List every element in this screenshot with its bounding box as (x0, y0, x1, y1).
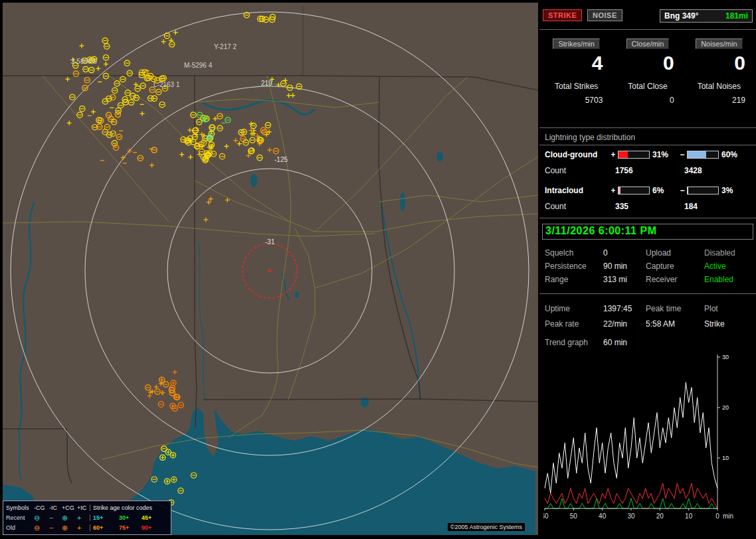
cloud-ground-row: Cloud-ground + 31% − 60% (545, 150, 755, 159)
peak-rate-value: 22/min (603, 319, 627, 329)
trend-y-tick-label: 30 (722, 354, 729, 360)
cloud-ground-label: Cloud-ground (545, 150, 609, 159)
trend-series-strikes (545, 382, 717, 493)
strike-indicator: STRIKE (543, 9, 582, 21)
legend-age-title: Strike age color codes (90, 504, 161, 511)
squelch-value: 0 (603, 248, 608, 258)
age-30: 30+ (116, 514, 139, 521)
ic-neg-symbol-icon: − (49, 514, 62, 521)
ic-plus-bar (618, 187, 650, 194)
uptime-label: Uptime (545, 304, 570, 313)
datetime-display: 3/11/2026 6:00:11 PM (542, 224, 753, 240)
legend-col-pos-ic: +IC (77, 504, 90, 511)
trend-series-noises (545, 483, 717, 508)
trend-x-unit-label: min (723, 512, 733, 520)
peak-rate-label: Peak rate (545, 319, 579, 329)
range-label: Range (545, 275, 568, 284)
receiver-label: Receiver (646, 275, 677, 284)
intracloud-label: Intracloud (545, 186, 609, 195)
legend-row-old: Old (6, 524, 34, 531)
cg-minus-pct: 60% (719, 150, 755, 159)
map-legend: Symbols -CG -IC +CG +IC Strike age color… (3, 501, 171, 535)
divider (539, 29, 756, 30)
total-close-value: 0 (613, 96, 682, 105)
intracloud-row: Intracloud + 6% − 3% (545, 186, 755, 195)
noise-indicator: NOISE (587, 9, 622, 21)
status-row: Peak rate 22/min 5:58 AM Strike (545, 319, 753, 330)
lightning-detector-app: { "map": { "center": {"x": 402, "y": 404… (0, 0, 756, 539)
trend-graph-canvas: 1020306050403020100min (543, 350, 752, 531)
persistence-label: Persistence (545, 262, 587, 271)
peak-time-label: Peak time (646, 304, 681, 313)
trend-x-tick-label: 30 (627, 512, 635, 520)
close-per-min-value: 0 (613, 53, 682, 73)
trend-x-tick-label: 50 (570, 512, 578, 520)
trend-y-tick-label: 10 (722, 455, 729, 461)
storm-cell-label: Y-217 2 (214, 43, 237, 50)
trend-header-row: Trend graph 60 min (545, 338, 753, 348)
cg-minus-bar (687, 151, 719, 159)
legend-col-neg-cg: -CG (34, 504, 49, 511)
persistence-value: 90 min (603, 262, 627, 271)
ic-pos-symbol-icon: + (77, 514, 90, 521)
receiver-status: Enabled (704, 275, 733, 284)
bearing-distance: 181mi (725, 11, 748, 21)
trend-x-tick-label: 40 (599, 512, 607, 520)
ic-minus-pct: 3% (719, 186, 755, 195)
minus-sign: − (678, 150, 687, 159)
strikes-per-min-column: Strikes/min 4 Total Strikes 5703 (542, 38, 611, 105)
trend-graph-label: Trend graph (545, 338, 588, 347)
cg-minus-count: 3428 (678, 166, 755, 175)
trend-x-tick-label: 20 (656, 512, 664, 520)
cg-plus-bar (618, 151, 650, 159)
uptime-value: 1397:45 (603, 304, 632, 313)
age-75: 75+ (116, 524, 139, 531)
legend-row-recent: Recent (6, 514, 34, 521)
storm-cell-label: J-5866 6 (71, 58, 97, 65)
ring-distance-label: 219 (261, 80, 272, 87)
settings-row: Range 313 mi Receiver Enabled (545, 275, 753, 285)
upload-status: Disabled (704, 248, 735, 258)
trend-x-tick-label: 0 (715, 512, 719, 520)
age-15: 15+ (90, 514, 116, 521)
map-canvas[interactable]: 219-125-31J-5866 6Y-217 2M-5296 4L-2163 … (3, 3, 538, 535)
divider (539, 218, 756, 218)
cg-pos-symbol-icon: ⊕ (62, 524, 77, 531)
plus-sign: + (609, 150, 618, 159)
status-row: Uptime 1397:45 Peak time Plot (545, 304, 753, 315)
noises-per-min-label: Noises/min (696, 38, 742, 49)
status-panel: STRIKE NOISE Bng 349° 181mi Strikes/min … (539, 0, 756, 539)
count-label: Count (545, 202, 609, 211)
cg-neg-symbol-icon: ⊖ (34, 524, 49, 531)
ic-minus-bar-fill (688, 187, 688, 194)
count-label: Count (545, 166, 609, 175)
cg-pos-symbol-icon: ⊕ (62, 514, 77, 521)
plus-sign: + (609, 186, 618, 195)
ic-minus-count: 184 (678, 202, 755, 211)
settings-row: Persistence 90 min Capture Active (545, 262, 753, 272)
trend-y-tick-label: 20 (722, 404, 729, 411)
ic-plus-bar-fill (618, 187, 620, 194)
age-90: 90+ (139, 524, 161, 531)
peak-time-value: 5:58 AM (646, 319, 675, 329)
capture-label: Capture (646, 262, 674, 271)
storm-cell-label: M-5296 4 (184, 62, 213, 69)
ic-plus-count: 335 (609, 202, 678, 211)
plot-label: Plot (704, 304, 718, 313)
squelch-label: Squelch (545, 248, 573, 258)
ring-distance-label: -125 (274, 156, 288, 163)
ic-pos-symbol-icon: + (77, 524, 90, 531)
cg-plus-pct: 31% (650, 150, 678, 159)
age-45: 45+ (139, 514, 161, 521)
copyright-notice: ©2005 Astrogenic Systems (448, 523, 525, 531)
total-noises-label: Total Noises (685, 82, 753, 91)
ic-neg-symbol-icon: − (49, 524, 62, 531)
upload-label: Upload (646, 248, 671, 258)
trend-window-value: 60 min (603, 338, 627, 347)
divider (539, 127, 756, 128)
ring-distance-label: -31 (265, 238, 275, 246)
age-60: 60+ (90, 524, 116, 531)
trend-x-tick-label: 10 (685, 512, 693, 520)
noises-per-min-column: Noises/min 0 Total Noises 219 (685, 38, 753, 105)
legend-col-pos-cg: +CG (62, 504, 77, 511)
